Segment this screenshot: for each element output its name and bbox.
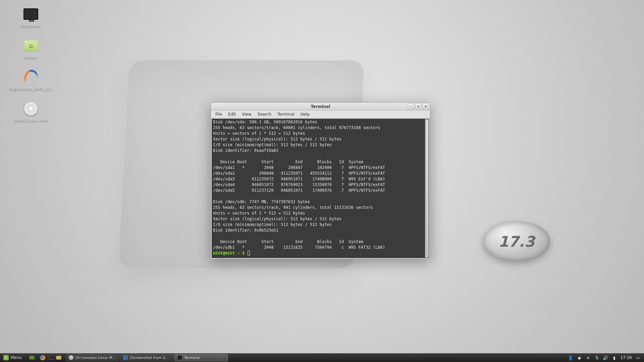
mint-logo-icon: ✦ [3,355,9,360]
show-desktop-button[interactable] [28,354,36,362]
menubar: File Edit View Search Terminal Help [211,111,430,118]
desktop-icon-sagemcom[interactable]: Sagemcom_2804_CD [4,69,58,91]
firefox-icon [40,355,45,360]
firefox-launcher[interactable] [39,354,47,362]
show-desktop-icon [29,356,35,360]
network-icon[interactable]: ⇅ [594,355,599,360]
minimize-button[interactable]: – [408,103,414,109]
window-title: Terminal [311,104,330,109]
maximize-button[interactable]: + [415,103,421,109]
taskbar-item-label: [Screenshot from 20… [130,356,171,360]
desktop-icon-home[interactable]: ⌂ Home [4,38,58,60]
terminal-output[interactable]: Disk /dev/sda: 500.1 GB, 500107862016 by… [212,119,429,258]
files-icon [56,356,61,360]
menu-view[interactable]: View [239,111,254,118]
scrollbar-thumb[interactable] [426,120,428,247]
taskbar-item-screenshot[interactable]: [Screenshot from 20… [120,354,174,361]
menu-edit[interactable]: Edit [226,111,238,118]
terminal-window[interactable]: Terminal – + × File Edit View Search Ter… [211,102,430,259]
menu-file[interactable]: File [213,111,224,118]
installer-icon [69,355,73,360]
terminal-icon [177,355,182,360]
desktop-icon-label: Install Linux Mint [14,118,48,123]
menu-search[interactable]: Search [255,111,274,118]
terminal-icon: >_ [48,356,53,360]
close-button[interactable]: × [423,103,429,109]
home-folder-icon: ⌂ [23,40,38,51]
menu-terminal[interactable]: Terminal [275,111,297,118]
start-menu-label: Menu [11,355,22,360]
menu-help[interactable]: Help [298,111,312,118]
taskbar: ✦ Menu >_ [Установка Linux Mi… [Screensh… [0,353,644,362]
scrollbar[interactable] [425,119,429,258]
clock[interactable]: 17:16 [620,355,632,360]
desktop-icon-label: Home [25,55,37,60]
user-icon[interactable]: 👤 [568,355,573,360]
image-icon [123,355,128,360]
system-tray: 👤 ◆ ∗ ⇅ 🔊 ▮ 17:16 ▭ [565,353,644,362]
computer-icon [23,8,38,20]
taskbar-item-terminal[interactable]: Terminal [174,354,228,361]
show-desktop-tray-icon[interactable]: ▭ [635,355,641,360]
sagemcom-icon [25,70,37,84]
battery-icon[interactable]: ▮ [611,355,617,360]
desktop-icon-computer[interactable]: Computer [4,6,58,28]
updates-icon[interactable]: ◆ [577,355,582,360]
desktop-icon-label: Sagemcom_2804_CD [9,86,52,91]
desktop-icon-label: Computer [21,23,41,28]
desktop-icon-install-mint[interactable]: Install Linux Mint [4,101,58,123]
start-menu-button[interactable]: ✦ Menu [0,353,25,362]
files-launcher[interactable] [55,354,63,362]
taskbar-item-label: [Установка Linux Mi… [75,356,116,360]
terminal-cursor [248,251,250,255]
taskbar-item-label: Terminal [184,356,200,360]
disc-icon [24,102,38,115]
desktop-icons: Computer ⌂ Home Sagemcom_2804_CD Install… [4,6,58,123]
volume-icon[interactable]: 🔊 [603,355,608,360]
bluetooth-icon[interactable]: ∗ [585,355,591,360]
terminal-prompt: mint@mint ~ $ [213,251,247,255]
taskbar-item-installer[interactable]: [Установка Linux Mi… [66,354,119,361]
terminal-launcher[interactable]: >_ [47,354,55,362]
window-titlebar[interactable]: Terminal – + × [211,103,430,111]
